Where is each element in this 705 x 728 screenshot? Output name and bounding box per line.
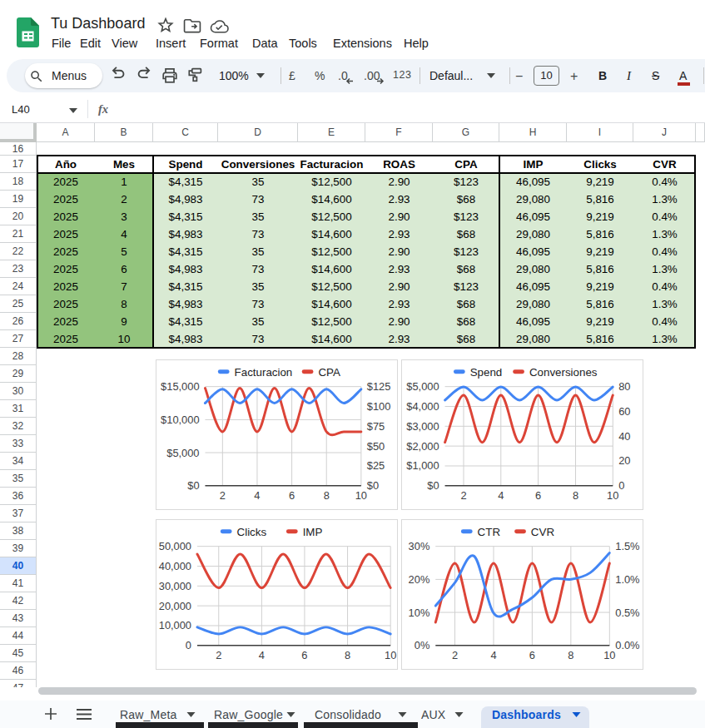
svg-text:30,000: 30,000 xyxy=(159,580,191,592)
svg-text:2: 2 xyxy=(216,649,221,661)
svg-text:$2,000: $2,000 xyxy=(406,440,439,453)
svg-text:8: 8 xyxy=(568,649,573,661)
svg-text:Conversiones: Conversiones xyxy=(529,366,598,379)
svg-text:20%: 20% xyxy=(409,573,430,586)
svg-text:80: 80 xyxy=(618,380,630,393)
svg-text:0: 0 xyxy=(186,639,191,651)
svg-text:2: 2 xyxy=(460,489,466,502)
svg-text:10: 10 xyxy=(385,649,396,661)
svg-text:0: 0 xyxy=(618,479,624,492)
svg-text:$10,000: $10,000 xyxy=(161,414,199,426)
svg-text:6: 6 xyxy=(289,489,295,502)
svg-text:CTR: CTR xyxy=(478,526,501,538)
svg-text:$5,000: $5,000 xyxy=(166,447,199,459)
svg-text:4: 4 xyxy=(259,649,265,661)
svg-text:30%: 30% xyxy=(409,540,430,552)
svg-text:4: 4 xyxy=(254,489,260,502)
svg-text:Facturacion: Facturacion xyxy=(235,366,293,379)
svg-text:$0: $0 xyxy=(187,479,199,492)
svg-text:$3,000: $3,000 xyxy=(406,420,439,433)
svg-text:0.5%: 0.5% xyxy=(615,607,639,619)
svg-text:$125: $125 xyxy=(367,380,391,393)
svg-text:$1,000: $1,000 xyxy=(406,459,439,472)
svg-text:6: 6 xyxy=(535,489,541,502)
svg-text:1.5%: 1.5% xyxy=(615,540,639,552)
svg-text:2: 2 xyxy=(452,649,458,661)
svg-text:60: 60 xyxy=(618,405,630,418)
svg-text:$0: $0 xyxy=(427,479,439,492)
svg-text:8: 8 xyxy=(324,489,330,502)
svg-text:4: 4 xyxy=(490,649,496,661)
svg-text:10: 10 xyxy=(603,649,615,661)
svg-text:0%: 0% xyxy=(415,639,430,651)
svg-text:2: 2 xyxy=(220,489,226,502)
svg-text:$25: $25 xyxy=(367,459,385,472)
svg-text:40,000: 40,000 xyxy=(159,560,191,572)
svg-text:4: 4 xyxy=(498,489,504,502)
svg-text:$75: $75 xyxy=(367,420,385,433)
svg-text:10: 10 xyxy=(607,489,618,502)
svg-text:40: 40 xyxy=(618,430,630,443)
svg-text:Spend: Spend xyxy=(470,366,503,379)
svg-text:$4,000: $4,000 xyxy=(406,400,439,413)
svg-text:8: 8 xyxy=(345,649,350,661)
svg-text:CVR: CVR xyxy=(531,526,555,538)
svg-text:6: 6 xyxy=(301,649,307,661)
svg-text:50,000: 50,000 xyxy=(159,540,191,552)
svg-text:20,000: 20,000 xyxy=(159,600,191,612)
svg-text:$0: $0 xyxy=(367,479,379,492)
svg-text:20: 20 xyxy=(618,454,630,467)
svg-text:10,000: 10,000 xyxy=(159,619,191,631)
svg-text:1.0%: 1.0% xyxy=(615,573,639,586)
svg-text:6: 6 xyxy=(529,649,535,661)
svg-text:0.0%: 0.0% xyxy=(615,639,639,651)
svg-text:$100: $100 xyxy=(367,400,391,413)
svg-text:$5,000: $5,000 xyxy=(406,380,439,393)
svg-text:10%: 10% xyxy=(409,607,430,619)
svg-text:CPA: CPA xyxy=(318,366,340,379)
svg-text:10: 10 xyxy=(355,489,367,502)
svg-text:8: 8 xyxy=(573,489,578,502)
svg-text:$50: $50 xyxy=(367,440,385,453)
svg-text:$15,000: $15,000 xyxy=(161,380,199,393)
svg-text:IMP: IMP xyxy=(303,526,323,538)
svg-text:Clicks: Clicks xyxy=(237,526,267,538)
